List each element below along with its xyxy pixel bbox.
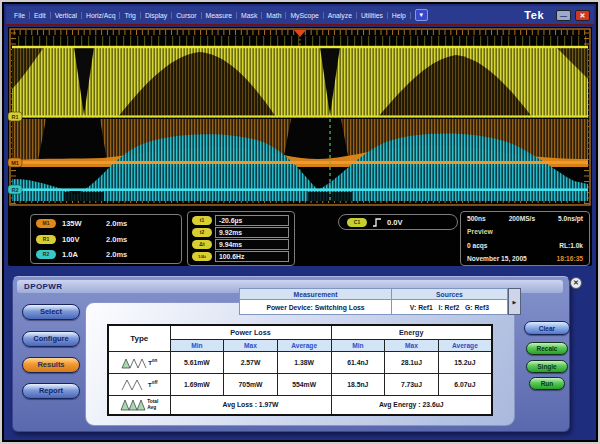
svg-text:R1: R1 bbox=[11, 114, 18, 120]
trigger-readout: C1 0.0V bbox=[338, 214, 458, 230]
ton-power-avg: 1.38W bbox=[277, 351, 331, 373]
menu-utilities[interactable]: Utilities bbox=[357, 12, 388, 19]
resolution: 5.0ns/pt bbox=[558, 215, 583, 222]
scope-display: R1 M1 R2 M1 135W 2.0ms R1 100V 2.0ms R2 … bbox=[8, 27, 592, 266]
cursor-freq-row: 1/Δt 100.6Hz bbox=[192, 251, 290, 262]
r2-timebase: 2.0ms bbox=[106, 250, 127, 259]
readout-row-m1: M1 135W 2.0ms bbox=[36, 219, 176, 228]
t2-value: 9.92ms bbox=[215, 227, 289, 238]
select-button[interactable]: Select bbox=[22, 304, 80, 320]
toff-power-max: 705mW bbox=[224, 373, 278, 395]
avg-energy-cell: Avg Energy : 23.6uJ bbox=[331, 395, 492, 415]
total-type-cell: Total Avg bbox=[108, 395, 170, 415]
ton-energy-avg: 15.2uJ bbox=[438, 351, 492, 373]
power-max-header: Max bbox=[224, 339, 278, 351]
menu-bar: File Edit Vertical Horiz/Acq Trig Displa… bbox=[6, 6, 594, 24]
clear-button[interactable]: Clear bbox=[524, 321, 570, 335]
energy-max-header: Max bbox=[385, 339, 439, 351]
power-baseline bbox=[12, 161, 588, 164]
cursor-t1-row: t1 -20.6µs bbox=[192, 215, 290, 226]
cursor-readouts: t1 -20.6µs t2 9.92ms Δt 9.94ms 1/Δt 100.… bbox=[187, 211, 295, 266]
timebase-readout: 500ns 200MS/s 5.0ns/pt bbox=[467, 215, 583, 222]
acq-status: Preview bbox=[467, 228, 583, 235]
trigger-level: 0.0V bbox=[387, 218, 402, 227]
power-loss-header: Power Loss bbox=[170, 325, 331, 339]
menu-analyze[interactable]: Analyze bbox=[324, 12, 357, 19]
rising-edge-icon bbox=[372, 217, 382, 228]
tek-logo: Tek bbox=[524, 9, 544, 21]
sources-column-header: Sources bbox=[392, 289, 508, 300]
configure-button[interactable]: Configure bbox=[22, 331, 80, 347]
measurement-name: Power Device: Switching Loss bbox=[240, 300, 392, 315]
t1-value: -20.6µs bbox=[215, 215, 289, 226]
menu-display[interactable]: Display bbox=[141, 12, 172, 19]
avg-loss-cell: Avg Loss : 1.97W bbox=[170, 395, 331, 415]
acq-count: 0 acqs bbox=[467, 242, 488, 249]
ton-energy-max: 28.1uJ bbox=[385, 351, 439, 373]
menu-dropdown-icon[interactable]: ▼ bbox=[415, 9, 428, 21]
menu-help[interactable]: Help bbox=[388, 12, 411, 19]
close-button[interactable]: ✕ bbox=[575, 10, 590, 21]
menu-cursor[interactable]: Cursor bbox=[172, 12, 201, 19]
readout-row-r1: R1 100V 2.0ms bbox=[36, 235, 176, 244]
toff-energy-avg: 6.07uJ bbox=[438, 373, 492, 395]
ton-waveform-icon bbox=[121, 355, 147, 370]
m1-badge: M1 bbox=[36, 219, 56, 228]
m1-timebase: 2.0ms bbox=[106, 219, 127, 228]
r1-timebase: 2.0ms bbox=[106, 235, 127, 244]
m1-scale: 135W bbox=[62, 219, 100, 228]
menu-vertical[interactable]: Vertical bbox=[51, 12, 82, 19]
recalc-button[interactable]: Recalc bbox=[526, 342, 568, 355]
menu-file[interactable]: File bbox=[10, 12, 30, 19]
toff-waveform-icon bbox=[121, 377, 147, 392]
report-button[interactable]: Report bbox=[22, 383, 80, 399]
date-display: November 15, 2005 bbox=[467, 255, 527, 262]
c1-badge: C1 bbox=[347, 218, 367, 227]
minimize-button[interactable]: — bbox=[556, 10, 571, 21]
t2-badge: t2 bbox=[192, 228, 212, 237]
menu-measure[interactable]: Measure bbox=[202, 12, 237, 19]
screenshot-root: File Edit Vertical Horiz/Acq Trig Displa… bbox=[0, 0, 600, 444]
menu-edit[interactable]: Edit bbox=[30, 12, 51, 19]
r1-badge: R1 bbox=[36, 235, 56, 244]
r2-badge: R2 bbox=[36, 250, 56, 259]
menu-math[interactable]: Math bbox=[262, 12, 286, 19]
menu-divider bbox=[6, 24, 594, 26]
cursor-dt-row: Δt 9.94ms bbox=[192, 239, 290, 250]
svg-text:R2: R2 bbox=[11, 187, 18, 193]
measurement-next-button[interactable]: ▶ bbox=[508, 288, 521, 315]
menu-horiz-acq[interactable]: Horiz/Acq bbox=[82, 12, 120, 19]
ton-type-cell: Ton bbox=[108, 351, 170, 373]
ton-power-min: 5.61mW bbox=[170, 351, 224, 373]
waveform-graticule: R1 M1 R2 bbox=[8, 27, 592, 208]
energy-header: Energy bbox=[331, 325, 492, 339]
inv-dt-badge: 1/Δt bbox=[192, 252, 212, 261]
toff-energy-max: 7.73uJ bbox=[385, 373, 439, 395]
single-button[interactable]: Single bbox=[526, 360, 568, 373]
run-button[interactable]: Run bbox=[529, 377, 565, 390]
panel-close-button[interactable]: ✕ bbox=[570, 277, 582, 289]
menu-myscope[interactable]: MyScope bbox=[286, 12, 323, 19]
measurement-sources: V: Ref1 I: Ref2 G: Ref3 bbox=[392, 300, 508, 315]
menu-mask[interactable]: Mask bbox=[237, 12, 262, 19]
type-header: Type bbox=[108, 325, 170, 351]
t1-badge: t1 bbox=[192, 216, 212, 225]
r1-scale: 100V bbox=[62, 235, 100, 244]
time-display: 18:16:35 bbox=[557, 255, 583, 262]
dt-badge: Δt bbox=[192, 240, 212, 249]
dt-value: 9.94ms bbox=[215, 239, 289, 250]
record-length: RL:1.0k bbox=[559, 242, 583, 249]
ton-power-max: 2.57W bbox=[224, 351, 278, 373]
dpopwr-panel: DPOPWR Select Configure Results Report M… bbox=[12, 276, 570, 432]
menu-trig[interactable]: Trig bbox=[120, 12, 140, 19]
measurement-column-header: Measurement bbox=[240, 289, 392, 300]
inv-dt-value: 100.6Hz bbox=[215, 251, 289, 262]
total-waveform-icon bbox=[120, 397, 146, 412]
sample-rate: 200MS/s bbox=[509, 215, 535, 222]
energy-avg-header: Average bbox=[438, 339, 492, 351]
ton-energy-min: 61.4nJ bbox=[331, 351, 385, 373]
toff-type-cell: Toff bbox=[108, 373, 170, 395]
readout-row-r2: R2 1.0A 2.0ms bbox=[36, 250, 176, 259]
measurement-header: Measurement Sources Power Device: Switch… bbox=[239, 288, 521, 315]
results-button[interactable]: Results bbox=[22, 357, 80, 373]
